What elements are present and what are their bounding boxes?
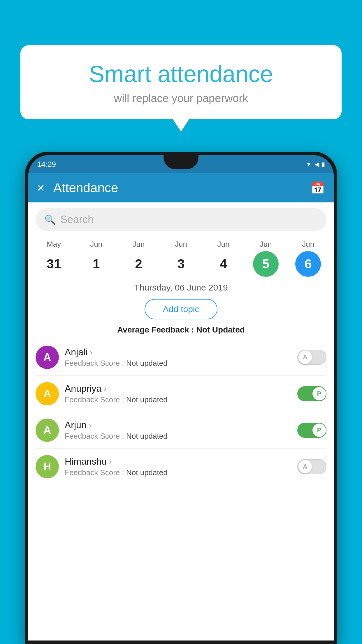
student-name: Himanshu› [65, 456, 291, 467]
search-icon: 🔍 [44, 214, 56, 225]
app-title: Attendance [53, 181, 302, 195]
day-month-label: Jun [302, 240, 314, 249]
calendar-day[interactable]: Jun4 [210, 240, 236, 277]
calendar-day[interactable]: Jun2 [126, 240, 152, 277]
attendance-toggle[interactable]: P [297, 386, 326, 401]
student-info: Anupriya›Feedback Score : Not updated [65, 383, 291, 404]
student-feedback: Feedback Score : Not updated [65, 432, 291, 441]
search-bar[interactable]: 🔍 Search [36, 208, 326, 231]
status-icons: ▼ ◀ ▮ [306, 161, 325, 168]
student-info: Arjun›Feedback Score : Not updated [65, 420, 291, 441]
avg-feedback-value: Not Updated [196, 325, 245, 334]
student-avatar: H [36, 455, 59, 478]
search-placeholder: Search [60, 214, 94, 226]
student-name: Arjun› [65, 420, 291, 430]
student-item[interactable]: AAnjali›Feedback Score : Not updatedA [36, 339, 326, 376]
student-name-text: Himanshu [65, 456, 107, 467]
speech-bubble: Smart attendance will replace your paper… [20, 45, 342, 119]
notch [164, 155, 198, 169]
student-info: Himanshu›Feedback Score : Not updated [65, 456, 291, 477]
student-avatar: A [36, 419, 59, 442]
status-bar: 14:29 ▼ ◀ ▮ [28, 155, 334, 173]
speech-bubble-container: Smart attendance will replace your paper… [20, 45, 342, 119]
attendance-toggle[interactable]: A [297, 459, 326, 474]
student-avatar: A [36, 346, 59, 369]
toggle-wrap[interactable]: A [297, 459, 326, 474]
feedback-value: Not updated [126, 468, 168, 477]
chevron-icon: › [109, 457, 112, 466]
toggle-knob: A [298, 460, 312, 473]
chevron-icon: › [89, 421, 92, 430]
day-number[interactable]: 3 [168, 251, 194, 277]
day-month-label: May [47, 240, 61, 249]
student-name-text: Anupriya [65, 383, 101, 394]
feedback-value: Not updated [126, 432, 168, 440]
attendance-toggle[interactable]: P [297, 423, 326, 438]
app-content: 🔍 Search May31Jun1Jun2Jun3Jun4Jun5Jun6 T… [28, 202, 334, 640]
toggle-wrap[interactable]: A [297, 350, 326, 365]
day-number[interactable]: 4 [210, 251, 236, 277]
student-feedback: Feedback Score : Not updated [65, 359, 291, 368]
attendance-toggle[interactable]: A [297, 350, 326, 365]
speech-bubble-title: Smart attendance [38, 61, 324, 87]
signal-icon: ◀ [314, 161, 319, 168]
student-feedback: Feedback Score : Not updated [65, 395, 291, 404]
app-bar: × Attendance 📅 [28, 173, 334, 202]
battery-icon: ▮ [322, 161, 325, 168]
student-item[interactable]: AArjun›Feedback Score : Not updatedP [36, 412, 326, 449]
date-display: Thursday, 06 June 2019 [28, 278, 334, 295]
toggle-knob: A [298, 351, 312, 364]
student-name-text: Arjun [65, 420, 87, 430]
feedback-value: Not updated [126, 359, 168, 368]
add-topic-button[interactable]: Add topic [145, 299, 217, 319]
day-month-label: Jun [90, 240, 102, 249]
phone-inner: 14:29 ▼ ◀ ▮ × Attendance 📅 🔍 Search [28, 155, 334, 640]
avg-feedback: Average Feedback : Not Updated [28, 323, 334, 339]
day-month-label: Jun [217, 240, 229, 249]
day-month-label: Jun [260, 240, 272, 249]
day-month-label: Jun [175, 240, 187, 249]
student-item[interactable]: HHimanshu›Feedback Score : Not updatedA [36, 449, 326, 485]
student-name: Anupriya› [65, 383, 291, 394]
toggle-wrap[interactable]: P [297, 423, 326, 438]
calendar-day[interactable]: Jun5 [253, 240, 279, 277]
calendar-row: May31Jun1Jun2Jun3Jun4Jun5Jun6 [28, 237, 334, 278]
chevron-icon: › [90, 348, 92, 357]
speech-bubble-subtitle: will replace your paperwork [38, 92, 324, 105]
avg-feedback-label: Average Feedback : [117, 325, 194, 334]
calendar-icon[interactable]: 📅 [310, 181, 325, 195]
day-number[interactable]: 6 [295, 251, 321, 277]
student-feedback: Feedback Score : Not updated [65, 468, 291, 477]
status-time: 14:29 [37, 160, 56, 169]
calendar-day[interactable]: Jun1 [83, 240, 109, 277]
day-number[interactable]: 2 [126, 251, 152, 277]
student-item[interactable]: AAnupriya›Feedback Score : Not updatedP [36, 376, 326, 412]
student-list: AAnjali›Feedback Score : Not updatedAAAn… [28, 339, 334, 485]
calendar-day[interactable]: Jun3 [168, 240, 194, 277]
calendar-day[interactable]: Jun6 [295, 240, 321, 277]
toggle-knob: P [312, 387, 326, 400]
day-number[interactable]: 5 [253, 251, 279, 277]
student-avatar: A [36, 382, 59, 405]
feedback-value: Not updated [126, 395, 168, 404]
calendar-day[interactable]: May31 [41, 240, 67, 277]
toggle-knob: P [312, 424, 326, 437]
day-number[interactable]: 31 [41, 251, 67, 277]
wifi-icon: ▼ [306, 161, 312, 168]
student-name-text: Anjali [65, 347, 87, 358]
student-name: Anjali› [65, 347, 291, 358]
day-month-label: Jun [133, 240, 145, 249]
day-number[interactable]: 1 [83, 251, 109, 277]
chevron-icon: › [104, 384, 106, 393]
toggle-wrap[interactable]: P [297, 386, 326, 401]
phone-screen: 14:29 ▼ ◀ ▮ × Attendance 📅 🔍 Search [28, 155, 334, 640]
close-icon[interactable]: × [37, 181, 45, 195]
student-info: Anjali›Feedback Score : Not updated [65, 347, 291, 368]
phone-frame: 14:29 ▼ ◀ ▮ × Attendance 📅 🔍 Search [25, 152, 337, 644]
